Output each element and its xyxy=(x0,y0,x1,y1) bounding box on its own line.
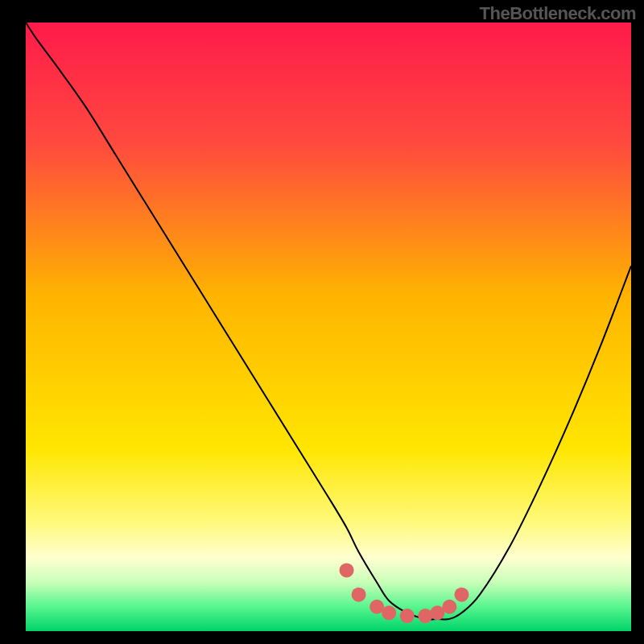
valley-dot xyxy=(400,609,415,623)
bottleneck-plot xyxy=(26,23,631,631)
valley-dot xyxy=(340,563,354,577)
attribution-label: TheBottleneck.com xyxy=(480,3,636,24)
chart-background xyxy=(26,23,631,631)
chart-stage: TheBottleneck.com xyxy=(0,0,644,644)
valley-dot xyxy=(352,588,366,602)
valley-dot xyxy=(454,588,469,602)
valley-dot xyxy=(418,609,432,623)
chart-svg xyxy=(26,23,631,631)
valley-dot xyxy=(442,600,456,614)
valley-dot xyxy=(382,605,396,620)
